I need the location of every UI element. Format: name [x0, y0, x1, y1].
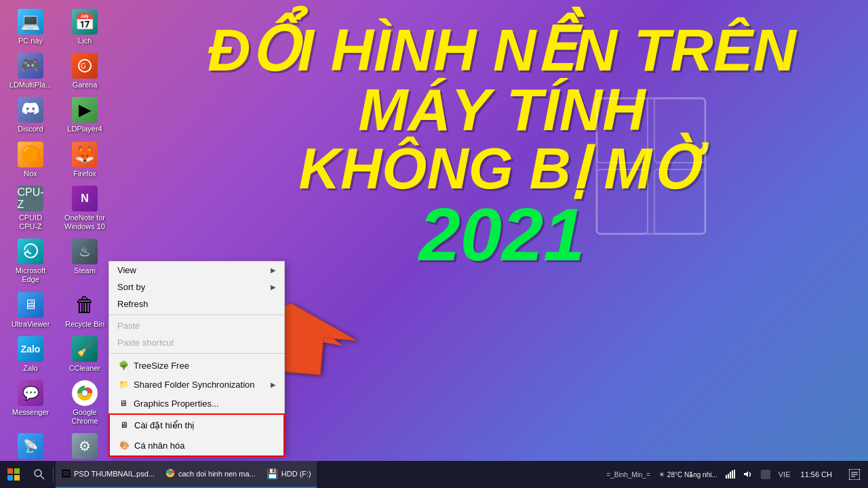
onenote-label: OneNote for Windows 10 [63, 214, 106, 231]
desktop-icon-pc-nay[interactable]: 💻 PC này [7, 7, 54, 47]
desktop-icon-firefox[interactable]: 🦊 Firefox [61, 140, 108, 180]
tray-weather-icon: ☀ [658, 470, 665, 479]
desktop-icon-msedge[interactable]: Microsoft Edge [7, 237, 54, 286]
tray-weather[interactable]: ☀ 28°C Nắng nhi... [655, 461, 721, 488]
title-line1: ĐỔI HÌNH NỀN TRÊN [149, 20, 854, 80]
svg-rect-7 [654, 98, 705, 163]
context-menu-paste-shortcut[interactable]: Paste shortcut [109, 334, 284, 351]
svg-rect-5 [597, 98, 705, 234]
chrome-icon [72, 380, 98, 406]
svg-point-16 [35, 470, 41, 476]
msedge-icon [18, 239, 43, 264]
title-line2: MÁY TÍNH [149, 80, 854, 140]
tray-weather-text: 28°C Nắng nhi... [667, 471, 717, 479]
context-menu-graphics-properties[interactable]: 🖥 Graphics Properties... [109, 394, 284, 413]
taskbar-notification-center[interactable] [841, 461, 868, 488]
garena-icon: G [72, 53, 98, 79]
title-line3: KHÔNG BỊ MỜ [149, 140, 854, 197]
pc-nay-label: PC này [18, 37, 43, 45]
main-title: ĐỔI HÌNH NỀN TRÊN MÁY TÍNH KHÔNG BỊ MỜ 2… [149, 20, 854, 272]
cpuid-icon: CPU-Z [18, 186, 43, 211]
context-menu-paste[interactable]: Paste [109, 317, 284, 334]
cpuid-label: CPUID CPU-Z [9, 214, 52, 231]
volume-icon [743, 470, 753, 479]
ccleaner-label: CCleaner [69, 364, 100, 373]
photoshop-app-icon: 🖼 [61, 468, 71, 479]
svg-line-17 [41, 476, 44, 479]
desktop-icon-lich[interactable]: 📅 Lịch [61, 7, 108, 47]
svg-rect-14 [7, 475, 13, 481]
desktop-icon-onenote[interactable]: N OneNote for Windows 10 [61, 184, 108, 233]
taskbar-photoshop-app[interactable]: 🖼 PSD THUMBNAIL.psd... [56, 461, 160, 488]
chrome-open-app-icon [165, 468, 175, 480]
svg-rect-23 [732, 470, 733, 479]
zalo-icon: Zalo [18, 336, 43, 362]
desktop-icon-discord[interactable]: Discord [7, 95, 54, 136]
cai-dat-hien-thi-icon: 🖥 [118, 419, 130, 431]
taskbar-search-button[interactable] [27, 461, 51, 488]
messenger-label: Messenger [12, 408, 49, 417]
taskbar-chrome-open-app[interactable]: cach doi hinh nen ma... [160, 461, 261, 488]
notification-icon [761, 470, 770, 479]
steam-icon: ♨ [72, 239, 98, 264]
taskbar-search-icon [34, 469, 45, 480]
context-menu-refresh[interactable]: Refresh [109, 296, 284, 312]
firefox-icon: 🦊 [72, 142, 98, 167]
context-menu-shared-folder[interactable]: 📁 Shared Folder Synchronization ▶ [109, 375, 284, 394]
network-icon [726, 470, 735, 479]
desktop: 💻 PC này 📅 Lịch 🎮 LDMultiPla... G Garena… [0, 0, 868, 488]
pc-nay-icon: 💻 [18, 9, 43, 35]
svg-text:G: G [81, 62, 86, 70]
context-menu-sort-by[interactable]: Sort by ▶ [109, 279, 284, 296]
svg-rect-13 [14, 468, 20, 474]
tray-language-text: VIE [778, 470, 791, 479]
svg-rect-8 [597, 169, 648, 234]
svg-rect-21 [728, 474, 729, 479]
context-menu-treesize[interactable]: 🌳 TreeSize Free [109, 356, 284, 375]
context-menu-separator-2 [109, 353, 284, 354]
firefox-label: Firefox [73, 169, 96, 178]
desktop-icon-ccleaner[interactable]: 🧹 CCleaner [61, 334, 108, 375]
shared-folder-arrow-icon: ▶ [271, 381, 276, 388]
desktop-icon-cpuid[interactable]: CPU-Z CPUID CPU-Z [7, 184, 54, 233]
context-menu-view[interactable]: View ▶ [109, 262, 284, 279]
ultraviewer-label: UltraViewer [12, 320, 50, 329]
sort-arrow-icon: ▶ [271, 283, 276, 291]
discord-label: Discord [18, 125, 43, 134]
desktop-icon-garena[interactable]: G Garena [61, 51, 108, 92]
desktop-icon-zalo[interactable]: Zalo Zalo [7, 334, 54, 375]
ldmulti-label: LDMultiPla... [9, 81, 52, 89]
desktop-icon-nox[interactable]: 🟠 Nox [7, 140, 54, 180]
ultraviewer-icon: 🖥 [18, 292, 43, 318]
taskbar-hdd-app[interactable]: 💾 HDD (F:) [261, 461, 317, 488]
ldmulti-icon: 🎮 [18, 53, 43, 79]
ldplayer-label: LDPlayer4 [67, 125, 102, 134]
submenu-ca-nhan-hoa[interactable]: 🎨 Cá nhân hóa [110, 435, 283, 455]
svg-rect-6 [597, 98, 648, 163]
tray-volume[interactable] [740, 461, 756, 488]
tray-notification[interactable] [757, 461, 774, 488]
treesize-icon: 🌳 [117, 359, 130, 371]
tray-binh-min[interactable]: =_Binh_Min_= [603, 461, 654, 488]
desktop-icon-recyclebin[interactable]: 🗑 Recycle Bin [61, 290, 108, 331]
svg-point-4 [82, 390, 87, 396]
taskbar-clock[interactable]: 11:56 CH [795, 470, 837, 479]
desktop-icon-ultraviewer[interactable]: 🖥 UltraViewer [7, 290, 54, 331]
hdd-app-icon: 💾 [267, 468, 278, 479]
start-button[interactable] [0, 461, 27, 488]
nox-label: Nox [24, 169, 37, 178]
desktop-icon-ldplayer[interactable]: ▶ LDPlayer4 [61, 95, 108, 136]
desktop-icon-messenger[interactable]: 💬 Messenger [7, 378, 54, 428]
tray-network[interactable] [722, 461, 738, 488]
tray-language[interactable]: VIE [775, 461, 794, 488]
view-arrow-icon: ▶ [271, 266, 276, 274]
garena-label: Garena [73, 81, 98, 89]
notification-center-icon [849, 469, 860, 480]
desktop-icon-ldmulti[interactable]: 🎮 LDMultiPla... [7, 51, 54, 92]
svg-rect-24 [734, 470, 735, 479]
recyclebin-label: Recycle Bin [65, 320, 104, 329]
desktop-icon-chrome[interactable]: Google Chrome [61, 378, 108, 428]
lich-label: Lịch [78, 37, 92, 45]
submenu-cai-dat-hien-thi[interactable]: 🖥 Cài đặt hiển thị [110, 415, 283, 435]
desktop-icon-steam[interactable]: ♨ Steam [61, 237, 108, 286]
